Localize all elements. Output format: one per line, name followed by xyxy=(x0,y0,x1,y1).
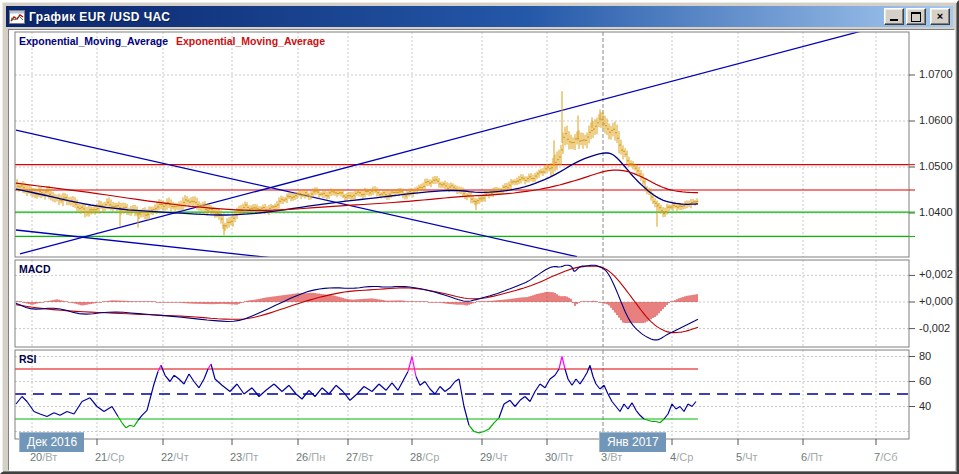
chart-window: График EUR /USD ЧАС × Exponential_Moving… xyxy=(0,0,959,474)
chart-canvas[interactable] xyxy=(2,2,959,474)
